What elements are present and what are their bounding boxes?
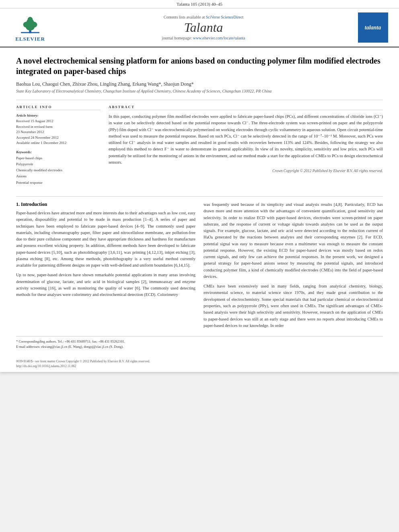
divider-2 bbox=[16, 196, 383, 197]
divider-1 bbox=[16, 100, 383, 100]
journal-title: Talanta bbox=[52, 20, 355, 35]
contents-text: Contents lists available at bbox=[164, 15, 205, 19]
homepage-link[interactable]: www.elsevier.com/locate/talanta bbox=[193, 36, 245, 40]
talanta-logo-box: talanta bbox=[358, 12, 388, 43]
svg-point-5 bbox=[28, 17, 33, 22]
revised-date: 23 November 2012 bbox=[16, 129, 101, 135]
elsevier-logo: ELSEVIER bbox=[15, 13, 45, 42]
footer-doi: http://dx.doi.org/10.1016/j.talanta.2012… bbox=[16, 364, 383, 369]
journal-homepage: journal homepage: www.elsevier.com/locat… bbox=[52, 36, 355, 40]
abstract-text: In this paper, conducting polymer film m… bbox=[109, 113, 383, 166]
elsevier-text: ELSEVIER bbox=[15, 36, 45, 42]
intro-para-1: Paper-based devices have attracted more … bbox=[16, 210, 195, 269]
article-info-col: ARTICLE INFO Article history: Received 1… bbox=[16, 105, 101, 190]
body-right-col: was frequently used because of its simpl… bbox=[204, 201, 383, 332]
journal-center: Contents lists available at SciVerse Sci… bbox=[52, 15, 355, 40]
homepage-label: journal homepage: bbox=[162, 36, 192, 40]
article-history-block: Article history: Received 15 August 2012… bbox=[16, 113, 101, 146]
sciverse-line: Contents lists available at SciVerse Sci… bbox=[52, 15, 355, 19]
authors: Baohua Lou, Chaogui Chen, Zhixue Zhou, L… bbox=[16, 81, 383, 87]
received-line: Received 15 August 2012 bbox=[16, 119, 101, 124]
top-bar: Talanta 105 (2013) 40–45 bbox=[0, 0, 399, 8]
page: Talanta 105 (2013) 40–45 ELSEVIER bbox=[0, 0, 399, 372]
revised-label: Received in revised form bbox=[16, 124, 101, 130]
body-left-col: 1. Introduction Paper-based devices have… bbox=[16, 201, 195, 332]
keyword-4: Anions bbox=[16, 173, 101, 179]
sciverse-link[interactable]: SciVerse ScienceDirect bbox=[206, 15, 244, 19]
keyword-2: Polypyrrole bbox=[16, 161, 101, 167]
keyword-1: Paper-based chips bbox=[16, 155, 101, 161]
footnotes: * Correspondingding authors. Tel.: +86 4… bbox=[16, 336, 383, 349]
keywords-list: Paper-based chips Polypyrrole Chemically… bbox=[16, 155, 101, 186]
keywords-heading: Keywords: bbox=[16, 150, 101, 154]
abstract-label: ABSTRACT bbox=[109, 105, 383, 110]
elsevier-logo-container: ELSEVIER bbox=[8, 13, 52, 42]
footnote-2: E-mail addresses: ekwang@ciac.jl.cn (E. … bbox=[16, 344, 383, 349]
body-columns: 1. Introduction Paper-based devices have… bbox=[16, 201, 383, 332]
article-info-abstract: ARTICLE INFO Article history: Received 1… bbox=[16, 105, 383, 190]
elsevier-tree-icon bbox=[18, 13, 42, 35]
keywords-block: Keywords: Paper-based chips Polypyrrole … bbox=[16, 150, 101, 186]
copyright-line: Crown Copyright © 2012 Published by Else… bbox=[109, 169, 383, 173]
keyword-3: Chemically modified electrodes bbox=[16, 167, 101, 173]
intro-para-2: Up to now, paper-based devices have show… bbox=[16, 272, 195, 298]
article-title: A novel electrochemical sensing platform… bbox=[16, 55, 383, 76]
svg-rect-6 bbox=[21, 32, 39, 33]
right-para-1: was frequently used because of its simpl… bbox=[204, 201, 383, 280]
article-info-label: ARTICLE INFO bbox=[16, 105, 101, 110]
available-line: Available online 1 December 2012 bbox=[16, 140, 101, 146]
article-history-heading: Article history: bbox=[16, 113, 101, 117]
right-para-2: CMEs have been extensively used in many … bbox=[204, 283, 383, 329]
accepted-line: Accepted 24 November 2012 bbox=[16, 135, 101, 141]
journal-citation: Talanta 105 (2013) 40–45 bbox=[177, 2, 222, 6]
affiliation: State Key Laboratory of Electroanalytica… bbox=[16, 89, 383, 93]
keyword-5: Potential response bbox=[16, 180, 101, 186]
footer: 0039-9140/$ - see front matter Crown Cop… bbox=[0, 357, 399, 372]
footnote-1: * Correspondingding authors. Tel.: +86 4… bbox=[16, 339, 383, 344]
intro-heading: 1. Introduction bbox=[16, 201, 195, 207]
talanta-logo-container: talanta bbox=[355, 12, 391, 43]
footer-copyright: 0039-9140/$ - see front matter Crown Cop… bbox=[16, 359, 383, 364]
authors-text: Baohua Lou, Chaogui Chen, Zhixue Zhou, L… bbox=[16, 81, 193, 87]
talanta-logo-text: talanta bbox=[365, 25, 381, 31]
article-content: A novel electrochemical sensing platform… bbox=[0, 47, 399, 357]
journal-header: ELSEVIER Contents lists available at Sci… bbox=[0, 8, 399, 47]
abstract-col: ABSTRACT In this paper, conducting polym… bbox=[109, 105, 383, 190]
